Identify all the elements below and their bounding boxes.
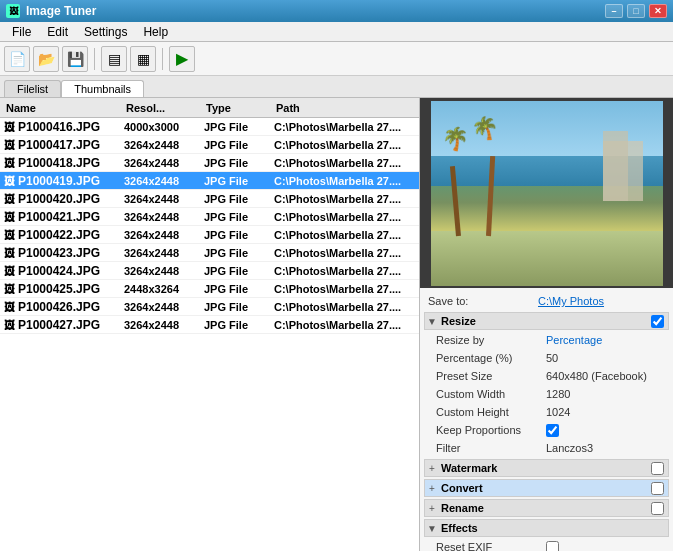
file-resolution: 3264x2448 — [120, 247, 200, 259]
file-name: 🖼 P1000421.JPG — [0, 210, 120, 224]
file-path: C:\Photos\Marbella 27.... — [270, 265, 419, 277]
effects-section-header[interactable]: ▼ Effects — [424, 519, 669, 537]
watermark-checkbox[interactable] — [651, 462, 664, 475]
file-type: JPG File — [200, 193, 270, 205]
menu-file[interactable]: File — [4, 24, 39, 40]
tab-filelist[interactable]: Filelist — [4, 80, 61, 97]
save-to-label: Save to: — [428, 295, 538, 307]
convert-checkbox[interactable] — [651, 482, 664, 495]
filter-row: Filter Lanczos3 — [432, 439, 669, 457]
resize-toggle-icon: ▼ — [425, 316, 439, 327]
play-button[interactable]: ▶ — [169, 46, 195, 72]
convert-toggle-icon: + — [425, 483, 439, 494]
keep-proportions-row: Keep Proportions — [432, 421, 669, 439]
col-header-type[interactable]: Type — [202, 102, 272, 114]
file-row[interactable]: 🖼 P1000427.JPG 3264x2448 JPG File C:\Pho… — [0, 316, 419, 334]
right-panel: 🌴 🌴 Save to: C:\My Photos ▼ Resize — [420, 98, 673, 551]
tabs-bar: Filelist Thumbnails — [0, 76, 673, 98]
reset-exif-checkbox[interactable] — [546, 541, 559, 552]
convert-section-header[interactable]: + Convert — [424, 479, 669, 497]
preset-size-value[interactable]: 640x480 (Facebook) — [546, 370, 647, 382]
view1-button[interactable]: ▤ — [101, 46, 127, 72]
file-row[interactable]: 🖼 P1000424.JPG 3264x2448 JPG File C:\Pho… — [0, 262, 419, 280]
rename-checkbox[interactable] — [651, 502, 664, 515]
preview-area: 🌴 🌴 — [420, 98, 673, 288]
custom-height-value: 1024 — [546, 406, 570, 418]
file-type: JPG File — [200, 247, 270, 259]
file-icon: 🖼 — [4, 301, 15, 313]
file-row[interactable]: 🖼 P1000422.JPG 3264x2448 JPG File C:\Pho… — [0, 226, 419, 244]
resize-by-label: Resize by — [436, 334, 546, 346]
file-resolution: 3264x2448 — [120, 211, 200, 223]
file-row[interactable]: 🖼 P1000418.JPG 3264x2448 JPG File C:\Pho… — [0, 154, 419, 172]
file-resolution: 3264x2448 — [120, 139, 200, 151]
window-title: Image Tuner — [26, 4, 96, 18]
file-path: C:\Photos\Marbella 27.... — [270, 157, 419, 169]
toolbar-separator-1 — [94, 48, 95, 70]
watermark-section-title: Watermark — [439, 462, 651, 474]
col-header-path[interactable]: Path — [272, 102, 417, 114]
maximize-button[interactable]: □ — [627, 4, 645, 18]
resize-checkbox[interactable] — [651, 315, 664, 328]
minimize-button[interactable]: – — [605, 4, 623, 18]
file-name: 🖼 P1000419.JPG — [0, 174, 120, 188]
file-path: C:\Photos\Marbella 27.... — [270, 247, 419, 259]
file-icon: 🖼 — [4, 193, 15, 205]
file-resolution: 3264x2448 — [120, 301, 200, 313]
file-path: C:\Photos\Marbella 27.... — [270, 121, 419, 133]
file-row[interactable]: 🖼 P1000419.JPG 3264x2448 JPG File C:\Pho… — [0, 172, 419, 190]
preset-size-row: Preset Size 640x480 (Facebook) — [432, 367, 669, 385]
custom-height-label: Custom Height — [436, 406, 546, 418]
file-row[interactable]: 🖼 P1000420.JPG 3264x2448 JPG File C:\Pho… — [0, 190, 419, 208]
watermark-section-header[interactable]: + Watermark — [424, 459, 669, 477]
preview-image: 🌴 🌴 — [431, 101, 663, 286]
file-icon: 🖼 — [4, 229, 15, 241]
menu-settings[interactable]: Settings — [76, 24, 135, 40]
file-path: C:\Photos\Marbella 27.... — [270, 283, 419, 295]
col-header-resolution[interactable]: Resol... — [122, 102, 202, 114]
file-type: JPG File — [200, 121, 270, 133]
save-to-value[interactable]: C:\My Photos — [538, 295, 604, 307]
file-row[interactable]: 🖼 P1000416.JPG 4000x3000 JPG File C:\Pho… — [0, 118, 419, 136]
title-bar: 🖼 Image Tuner – □ ✕ — [0, 0, 673, 22]
custom-width-row: Custom Width 1280 — [432, 385, 669, 403]
new-button[interactable]: 📄 — [4, 46, 30, 72]
effects-section-title: Effects — [439, 522, 668, 534]
file-name: 🖼 P1000425.JPG — [0, 282, 120, 296]
resize-by-value[interactable]: Percentage — [546, 334, 602, 346]
file-path: C:\Photos\Marbella 27.... — [270, 139, 419, 151]
file-icon: 🖼 — [4, 157, 15, 169]
file-path: C:\Photos\Marbella 27.... — [270, 301, 419, 313]
file-row[interactable]: 🖼 P1000426.JPG 3264x2448 JPG File C:\Pho… — [0, 298, 419, 316]
tab-thumbnails[interactable]: Thumbnails — [61, 80, 144, 97]
save-button[interactable]: 💾 — [62, 46, 88, 72]
file-type: JPG File — [200, 319, 270, 331]
menu-edit[interactable]: Edit — [39, 24, 76, 40]
file-row[interactable]: 🖼 P1000417.JPG 3264x2448 JPG File C:\Pho… — [0, 136, 419, 154]
col-header-name[interactable]: Name — [2, 102, 122, 114]
file-row[interactable]: 🖼 P1000425.JPG 2448x3264 JPG File C:\Pho… — [0, 280, 419, 298]
window-controls: – □ ✕ — [605, 4, 667, 18]
file-path: C:\Photos\Marbella 27.... — [270, 175, 419, 187]
rename-toggle-icon: + — [425, 503, 439, 514]
file-type: JPG File — [200, 229, 270, 241]
file-path: C:\Photos\Marbella 27.... — [270, 193, 419, 205]
toolbar: 📄 📂 💾 ▤ ▦ ▶ — [0, 42, 673, 76]
open-button[interactable]: 📂 — [33, 46, 59, 72]
file-row[interactable]: 🖼 P1000423.JPG 3264x2448 JPG File C:\Pho… — [0, 244, 419, 262]
rename-section-header[interactable]: + Rename — [424, 499, 669, 517]
keep-proportions-checkbox[interactable] — [546, 424, 559, 437]
file-name: 🖼 P1000423.JPG — [0, 246, 120, 260]
file-row[interactable]: 🖼 P1000421.JPG 3264x2448 JPG File C:\Pho… — [0, 208, 419, 226]
file-icon: 🖼 — [4, 121, 15, 133]
custom-width-label: Custom Width — [436, 388, 546, 400]
file-icon: 🖼 — [4, 319, 15, 331]
resize-section-header[interactable]: ▼ Resize — [424, 312, 669, 330]
close-button[interactable]: ✕ — [649, 4, 667, 18]
menu-help[interactable]: Help — [135, 24, 176, 40]
file-name: 🖼 P1000417.JPG — [0, 138, 120, 152]
effects-section-content: Reset EXIF Reset Info Flip No Rotate No … — [424, 538, 669, 551]
filter-value[interactable]: Lanczos3 — [546, 442, 593, 454]
file-type: JPG File — [200, 283, 270, 295]
view2-button[interactable]: ▦ — [130, 46, 156, 72]
